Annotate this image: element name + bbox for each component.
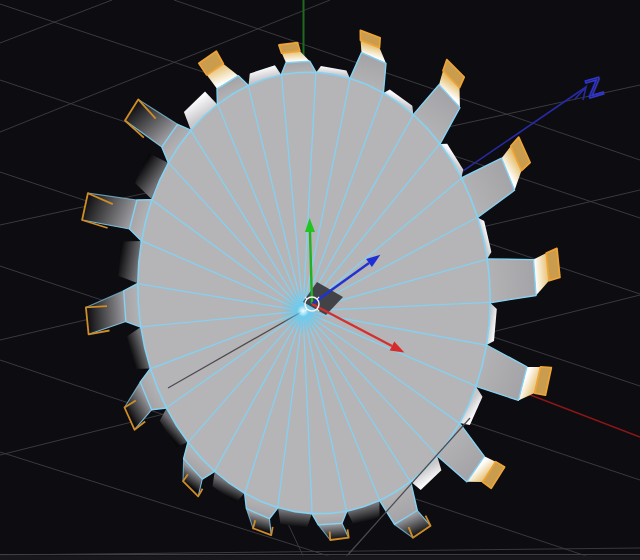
- tooth-front-face: [487, 259, 536, 303]
- tooth-tip-cap-selected: [279, 43, 300, 53]
- tooth-tip-cap-selected: [546, 248, 560, 280]
- viewport-3d[interactable]: Z: [0, 0, 640, 560]
- scene-canvas[interactable]: Z: [0, 0, 640, 560]
